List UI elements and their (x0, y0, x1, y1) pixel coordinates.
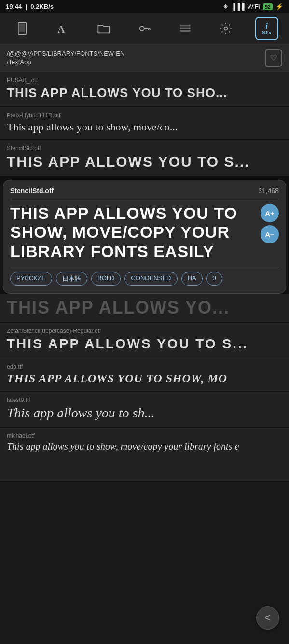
font-preview: THIS APP ALLOWS YOU TO S... (7, 336, 282, 352)
font-item-partial[interactable]: THIS APP ALLOWS YO... (0, 294, 289, 323)
svg-text:A: A (57, 24, 65, 35)
font-filename: StencilStd.otf (7, 145, 282, 152)
phone-icon[interactable] (11, 17, 34, 40)
back-button[interactable]: < (256, 606, 279, 630)
font-item-parix[interactable]: Parix-Hybrid111R.otf This app allows you… (0, 107, 289, 140)
folder-open-icon[interactable] (92, 17, 115, 40)
font-filename: ZefaniStencil(uppercase)-Regular.otf (7, 328, 282, 334)
wifi-icon: WiFi (248, 3, 260, 10)
tag-russian[interactable]: РУССКИЕ (10, 272, 52, 286)
keys-icon[interactable] (133, 17, 156, 40)
font-item-latest9[interactable]: latest9.ttf This app allows you to sh... (0, 392, 289, 428)
font-a-icon[interactable]: A (52, 17, 75, 40)
status-bar: 19:44 | 0.2KB/s ✳ ▐▐▐ WiFi 92 ⚡ (0, 0, 289, 13)
font-item-michael[interactable]: michael.otf This app allows you to show,… (0, 428, 289, 482)
favorite-button[interactable]: ♡ (265, 49, 282, 67)
font-preview-partial: THIS APP ALLOWS YO... (0, 294, 289, 322)
path-text: /@@@/APPS/LIBRARY/FONTS/NEW-EN /TextApp (7, 50, 124, 66)
battery-icon: 92 (263, 3, 273, 10)
font-preview: THIS APP ALLOWS YOU TO S... (7, 154, 282, 170)
tag-bold[interactable]: BOLD (91, 272, 121, 286)
toolbar: A i NFo (0, 13, 289, 44)
status-icons: ✳ ▐▐▐ WiFi 92 ⚡ (223, 3, 283, 10)
font-preview: This app allows you to show, move/copy y… (7, 441, 282, 452)
font-filename: PUSAB_.otf (7, 77, 282, 84)
tag-zero[interactable]: 0 (206, 272, 222, 286)
font-preview: This app allows you to sh... (7, 405, 282, 421)
svg-rect-7 (180, 25, 190, 27)
font-item-edo[interactable]: edo.ttf THIS APP ALLOWS YOU TO SHOW, MO (0, 358, 289, 392)
font-item-stencilstd-collapsed[interactable]: StencilStd.otf THIS APP ALLOWS YOU TO S.… (0, 140, 289, 177)
status-time-speed: 19:44 | 0.2KB/s (6, 3, 54, 10)
svg-point-10 (224, 27, 228, 30)
font-card-name: StencilStd.otf (10, 187, 54, 195)
path-bar: /@@@/APPS/LIBRARY/FONTS/NEW-EN /TextApp … (0, 44, 289, 72)
font-item-pusab[interactable]: PUSAB_.otf THIS APP ALLOWS YOU TO SHO... (0, 72, 289, 107)
font-card-header: StencilStd.otf 31,468 (10, 187, 279, 199)
font-filename: Parix-Hybrid111R.otf (7, 112, 282, 119)
font-preview: THIS APP ALLOWS YOU TO SHOW, MO (7, 372, 282, 385)
font-item-zefani[interactable]: ZefaniStencil(uppercase)-Regular.otf THI… (0, 323, 289, 358)
font-card-preview-wrap: THIS APP ALLOWS YOU TO SHOW, MOVE/COPY Y… (10, 204, 279, 260)
current-path: /@@@/APPS/LIBRARY/FONTS/NEW-EN /TextApp (7, 49, 124, 67)
font-preview: This app allows you to show, move/co... (7, 121, 282, 133)
font-card-preview-text: THIS APP ALLOWS YOU TO SHOW, MOVE/COPY Y… (10, 204, 279, 260)
status-speed: 0.2KB/s (30, 3, 54, 10)
tag-ha[interactable]: НА (181, 272, 203, 286)
charging-icon: ⚡ (275, 3, 283, 10)
svg-rect-1 (19, 24, 25, 33)
font-filename: michael.otf (7, 432, 282, 439)
font-preview: THIS APP ALLOWS YOU TO SHO... (7, 86, 282, 100)
font-size-increase-button[interactable]: A+ (261, 204, 279, 222)
font-size-decrease-button[interactable]: A− (261, 225, 279, 243)
status-time: 19:44 (6, 3, 22, 10)
font-filename: latest9.ttf (7, 397, 282, 403)
svg-point-3 (140, 26, 144, 30)
font-filename: edo.ttf (7, 363, 282, 370)
svg-rect-9 (180, 30, 190, 32)
list-icon[interactable] (174, 17, 197, 40)
font-card-stencil: StencilStd.otf 31,468 THIS APP ALLOWS YO… (3, 180, 286, 293)
bluetooth-icon: ✳ (223, 3, 228, 10)
settings-gear-icon[interactable] (214, 17, 237, 40)
tag-condensed[interactable]: CONDENSED (124, 272, 177, 286)
svg-rect-8 (180, 28, 190, 29)
font-card-size: 31,468 (258, 187, 279, 195)
font-size-controls: A+ A− (261, 204, 279, 243)
tag-japanese[interactable]: 日本語 (56, 272, 87, 286)
signal-icon: ▐▐▐ (231, 3, 245, 10)
font-card-wrapper: StencilStd.otf 31,468 THIS APP ALLOWS YO… (0, 177, 289, 293)
font-tag-row: РУССКИЕ 日本語 BOLD CONDENSED НА 0 (10, 267, 279, 286)
info-icon[interactable]: i NFo (255, 17, 278, 40)
font-list: PUSAB_.otf THIS APP ALLOWS YOU TO SHO...… (0, 72, 289, 482)
